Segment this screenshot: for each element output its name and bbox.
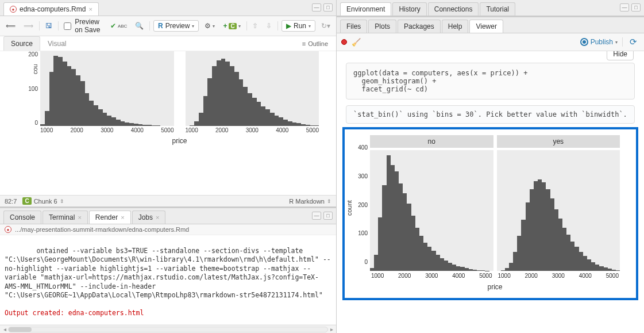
run-icon: ▶ [286,22,291,30]
find-button[interactable]: 🔍 [133,21,146,31]
maximize-pane-button[interactable]: □ [323,212,333,220]
minimize-pane-button[interactable]: — [312,3,321,12]
maximize-pane-button[interactable]: □ [631,3,641,12]
viewer-body[interactable]: Hide ggplot(data = computers, aes(x = pr… [337,51,644,333]
facet-strip-yes: yes [497,135,620,148]
save-button[interactable]: 🖫 [43,21,55,31]
stop-icon[interactable] [341,39,347,45]
updown-icon: ⇕ [327,198,331,204]
tab-packages[interactable]: Packages [398,20,441,33]
rmd-file-icon: ● [10,6,17,13]
publish-icon [580,38,588,46]
source-tabbar: ● edna-computers.Rmd × — □ [0,0,336,16]
go-down-button[interactable]: ⇩ [264,21,274,31]
outline-toggle[interactable]: ≡ Outline [298,38,333,49]
tab-render[interactable]: Render× [89,210,131,224]
viewer-toolbar: 🧹 Publish ▾ ⟳ [337,33,644,51]
tab-files[interactable]: Files [340,20,367,33]
tab-viewer[interactable]: Viewer [469,20,503,33]
source-mode-tabs: Source Visual ≡ Outline [0,36,336,51]
tab-jobs[interactable]: Jobs× [132,210,166,224]
environment-tabbar: Environment History Connections Tutorial… [337,0,644,16]
go-up-button[interactable]: ⇧ [250,21,260,31]
source-file-tab[interactable]: ● edna-computers.Rmd × [3,2,99,16]
console-tabbar: Console Terminal× Render× Jobs× — □ [0,208,336,224]
source-mode-source[interactable]: Source [3,36,40,51]
viewer-facet-no [370,150,493,271]
close-icon[interactable]: × [156,214,159,221]
back-button[interactable]: ⟸ [3,21,18,31]
preview-on-save-toggle[interactable]: Preview on Save [61,18,105,34]
knit-options-button[interactable]: ⚙▾ [202,21,217,31]
editor-body[interactable]: cou 2001000 10002000300040005000 1000200… [0,51,336,195]
facet-strip-no: no [370,135,493,148]
preview-on-save-checkbox[interactable] [64,22,71,30]
chevron-down-icon: ▾ [308,24,311,29]
tab-tutorial[interactable]: Tutorial [480,2,515,16]
scroll-left-arrow[interactable]: ◂ [1,326,8,332]
forward-button[interactable]: ⟹ [21,21,36,31]
insert-chunk-button[interactable]: +C▾ [221,21,242,31]
viewer-message: `stat_bin()` using `bins = 30`. Pick bet… [346,105,635,124]
tab-console[interactable]: Console [3,210,41,224]
spellcheck-button[interactable]: ✔ABC [108,21,129,31]
editor-plot-xlabel: price [40,135,319,146]
close-icon[interactable]: × [88,6,92,13]
viewer-facet-yes [497,150,620,271]
updown-icon: ⇕ [60,198,64,204]
scroll-right-arrow[interactable]: ▸ [328,326,335,332]
source-tab-label: edna-computers.Rmd [20,5,86,13]
render-file-path: .../may-presentation-summit-rmarkdown/ed… [15,226,189,233]
rmd-file-icon: ● [5,226,11,233]
doc-mode-selector[interactable]: R Markdown ⇕ [289,198,331,205]
tab-connections[interactable]: Connections [428,2,479,16]
tab-plots[interactable]: Plots [368,20,396,33]
tab-terminal[interactable]: Terminal× [43,210,88,224]
source-toolbar: ⟸ ⟹ 🖫 Preview on Save ✔ABC 🔍 R Preview ▾… [0,16,336,36]
editor-facet-left [40,51,174,126]
tab-help[interactable]: Help [442,20,469,33]
chevron-down-icon: ▾ [192,24,194,29]
run-button[interactable]: ▶ Run ▾ [281,20,315,32]
minimize-pane-button[interactable]: — [620,3,629,12]
preview-button[interactable]: R Preview ▾ [153,20,199,32]
close-icon[interactable]: × [121,214,124,221]
maximize-pane-button[interactable]: □ [323,3,333,12]
close-icon[interactable]: × [78,214,81,221]
outline-icon: ≡ [302,40,306,47]
editor-facet-right [186,51,319,126]
cursor-position: 82:7 [5,198,17,205]
source-mode-visual[interactable]: Visual [40,36,74,51]
console-hscrollbar[interactable]: ◂ ▸ [0,325,336,333]
tab-history[interactable]: History [392,2,426,16]
chevron-down-icon: ▾ [615,40,618,45]
preview-icon: R [158,22,163,30]
viewer-plot-ylabel: count [346,200,353,216]
chunk-selector[interactable]: C Chunk 6 ⇕ [22,197,64,205]
hide-button[interactable]: Hide [607,51,634,60]
tab-environment[interactable]: Environment [340,2,391,16]
source-statusbar: 82:7 C Chunk 6 ⇕ R Markdown ⇕ [0,195,336,206]
viewer-code-block: ggplot(data = computers, aes(x = price))… [346,63,635,99]
viewer-plot: count 4003002001000 no yes 1000200030004… [342,127,638,300]
minimize-pane-button[interactable]: — [312,212,321,220]
viewer-tabbar: Files Plots Packages Help Viewer [337,17,644,33]
viewer-plot-xlabel: price [370,281,620,292]
render-output[interactable]: ontained --variable bs3=TRUE --standalon… [0,235,336,325]
clear-icon[interactable]: 🧹 [352,38,361,47]
publish-button[interactable]: Publish ▾ [580,38,618,46]
restart-button[interactable]: ↻▾ [319,21,333,31]
render-path-line: ● .../may-presentation-summit-rmarkdown/… [0,224,336,235]
refresh-button[interactable]: ⟳ [627,36,639,48]
